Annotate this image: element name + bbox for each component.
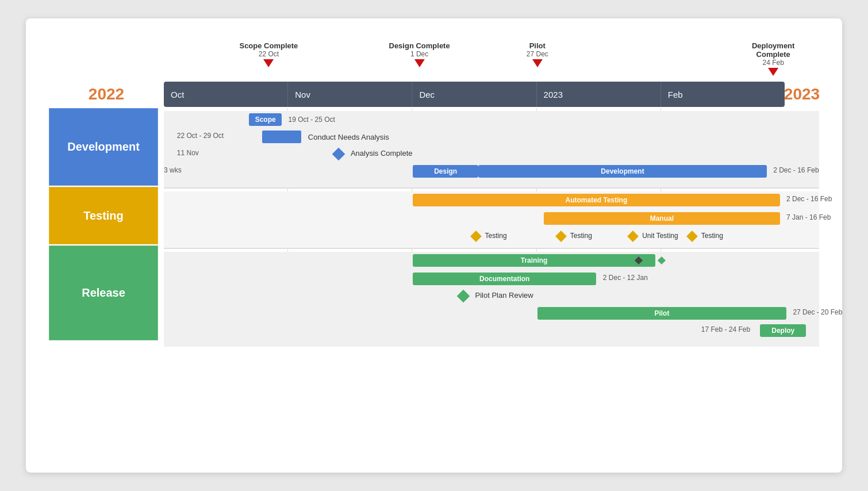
analysis-complete-diamond [332,148,345,161]
milestone-scope-complete: Scope Complete 22 Oct [239,41,298,67]
release-label: Release [49,246,158,340]
scope-row: Scope 19 Oct - 25 Oct [164,111,819,128]
testing-diamond-2 [555,231,567,242]
dev-section: Scope 19 Oct - 25 Oct 22 Oct - 29 Oct Co… [164,111,819,189]
gantt-chart-area: Scope 19 Oct - 25 Oct 22 Oct - 29 Oct Co… [164,108,819,347]
design-dev-date-range: 2 Dec - 16 Feb [773,166,819,174]
training-row: Training [164,252,819,270]
analysis-complete-row: 11 Nov Analysis Complete [164,145,819,163]
testing-diamond-3 [627,231,639,242]
release-section: Training Documentation 2 Dec - 12 Jan [164,252,819,347]
deploy-date-range: 17 Feb - 24 Feb [701,325,750,333]
deploy-bar: Deploy [760,324,806,337]
cna-label: Conduct Needs Analysis [308,133,389,141]
testing-label-1: Testing [485,232,507,240]
pilot-date-range: 27 Dec - 20 Feb [793,308,842,316]
testing-diamond-1 [470,231,482,242]
milestone-deployment-label: Deployment Complete [750,41,796,59]
pilot-plan-row: Pilot Plan Review [164,287,819,305]
milestone-design-arrow [414,59,425,67]
milestone-design-date: 1 Dec [410,50,428,58]
auto-testing-bar: Automated Testing [413,194,779,206]
deploy-row: 17 Feb - 24 Feb Deploy [164,322,819,339]
month-oct: Oct [164,82,288,107]
manual-bar: Manual [544,212,779,225]
milestone-scope-label: Scope Complete [239,41,298,50]
scope-date-range: 19 Oct - 25 Oct [289,116,335,124]
pilot-plan-label: Pilot Plan Review [475,291,533,300]
doc-date-range: 2 Dec - 12 Jan [603,274,648,282]
milestone-deployment-date: 24 Feb [763,59,784,67]
cna-date-text: 22 Oct - 29 Oct [177,132,224,140]
gantt-labels: Development Testing Release [49,108,164,347]
gantt-body: Development Testing Release [49,108,819,347]
development-bar: Development [478,165,767,178]
unit-testing-label: Unit Testing [642,232,678,240]
milestone-pilot-arrow [532,59,543,67]
cna-bar [262,131,301,143]
milestone-design-label: Design Complete [389,41,450,50]
testing-label-3: Testing [701,232,723,240]
main-card: Scope Complete 22 Oct Design Complete 1 … [26,18,842,473]
documentation-row: Documentation 2 Dec - 12 Jan [164,270,819,287]
milestone-design-complete: Design Complete 1 Dec [389,41,450,67]
design-bar: Design [413,165,478,178]
month-feb: Feb [661,82,785,107]
year-2023-label: 2023 [785,85,819,103]
training-bar: Training [413,254,655,267]
training-diamond-2 [658,256,666,264]
milestone-deployment-complete: Deployment Complete 24 Feb [750,41,796,76]
timeline-header-row: 2022 Oct Nov Dec 2023 Feb 2023 [49,82,819,107]
testing-label-2: Testing [570,232,592,240]
testing-diamonds-row: Testing Testing Unit Testing Testing [164,228,819,246]
testing-section: Automated Testing 2 Dec - 16 Feb Manual … [164,191,819,249]
month-dec: Dec [412,82,536,107]
manual-date: 7 Jan - 16 Feb [786,213,831,221]
milestone-deployment-arrow [768,68,778,76]
manual-row: Manual 7 Jan - 16 Feb [164,210,819,228]
milestone-pilot-date: 27 Dec [527,50,548,58]
pilot-row: Pilot 27 Dec - 20 Feb [164,305,819,322]
cna-row: 22 Oct - 29 Oct Conduct Needs Analysis [164,128,819,145]
year-2022-label: 2022 [49,85,164,103]
dev-label: Development [49,108,158,186]
milestone-scope-arrow [263,59,274,67]
milestone-pilot: Pilot 27 Dec [527,41,548,67]
testing-diamond-4 [686,231,698,242]
auto-testing-date: 2 Dec - 16 Feb [786,195,832,203]
scope-bar: Scope [249,113,282,126]
milestone-scope-date: 22 Oct [259,50,279,58]
milestone-pilot-label: Pilot [529,41,546,50]
pilot-plan-diamond [457,290,470,303]
auto-testing-row: Automated Testing 2 Dec - 16 Feb [164,191,819,210]
months-bar: Oct Nov Dec 2023 Feb [164,82,785,107]
design-weeks-text: 3 wks [164,166,182,174]
analysis-date-text: 11 Nov [177,149,199,157]
milestones-area: Scope Complete 22 Oct Design Complete 1 … [164,41,819,82]
analysis-complete-label: Analysis Complete [351,149,413,158]
testing-label: Testing [49,187,158,244]
design-dev-row: 3 wks Design Development 2 Dec - 16 Feb [164,163,819,180]
month-nov: Nov [288,82,412,107]
pilot-bar: Pilot [537,307,786,320]
month-2023: 2023 [537,82,661,107]
documentation-bar: Documentation [413,273,596,285]
